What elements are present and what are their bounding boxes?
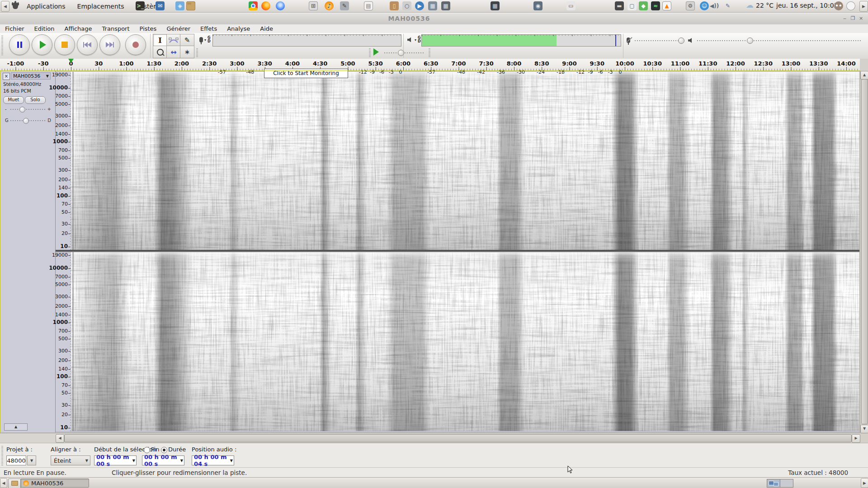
vertical-scrollbar[interactable]: ▲ ▼: [860, 70, 868, 433]
text-editor-icon[interactable]: ✎: [340, 1, 349, 10]
record-meter-icon-group[interactable]: ▾ GD: [199, 36, 211, 43]
track-control-panel[interactable]: × MAH00536▼ Stéréo,48000Hz 16 bits PCM M…: [0, 71, 56, 432]
playback-speed-slider[interactable]: [384, 52, 424, 53]
output-volume-slider[interactable]: [697, 40, 862, 41]
calculator-icon[interactable]: ▦: [441, 1, 450, 10]
file-manager-icon[interactable]: [186, 1, 195, 10]
input-volume-slider[interactable]: [635, 40, 684, 41]
snap-to-select[interactable]: Éteint▼: [51, 455, 90, 465]
tools-icon[interactable]: ⚙: [686, 1, 695, 10]
frequency-ruler-left-channel[interactable]: 1900010000700050003000200014001000700500…: [56, 72, 71, 250]
network-places-icon[interactable]: ◈: [175, 1, 184, 10]
selection-end-radio[interactable]: [144, 447, 150, 453]
solo-button[interactable]: Solo: [25, 96, 46, 104]
skip-to-start-button[interactable]: [77, 34, 98, 55]
playhead-triangle[interactable]: [68, 59, 74, 63]
draw-tool-button[interactable]: ✎: [180, 34, 194, 47]
scroll-down-button[interactable]: ▼: [860, 425, 868, 433]
panel-collapse-left-button[interactable]: ◀: [1, 1, 9, 12]
weather-cloud-icon[interactable]: ☁: [746, 0, 754, 9]
track-name-menu[interactable]: MAH00536▼: [11, 72, 51, 80]
stop-button[interactable]: [54, 34, 75, 55]
selection-tool-button[interactable]: I: [153, 34, 167, 47]
toggle-switch-icon[interactable]: ▢: [627, 1, 637, 10]
display-settings-icon[interactable]: ▭: [566, 1, 576, 10]
firefox-icon[interactable]: [261, 1, 270, 10]
photos-icon[interactable]: ◆: [639, 1, 648, 10]
email-icon[interactable]: ✉: [156, 1, 165, 10]
monitoring-message[interactable]: Click to Start Monitoring: [264, 69, 348, 78]
scroll-left-button[interactable]: ◀: [56, 434, 64, 443]
menu-transport[interactable]: Transport: [97, 25, 135, 32]
menu-pistes[interactable]: Pistes: [135, 25, 162, 32]
gimp-icon[interactable]: ••: [834, 1, 843, 10]
clipboard-icon[interactable]: ▯: [390, 1, 399, 10]
player-icon[interactable]: ▶: [415, 1, 424, 10]
accessibility-icon[interactable]: ☺: [700, 1, 709, 10]
pen-icon[interactable]: ✎: [723, 1, 732, 10]
libreoffice-icon[interactable]: ▤: [364, 1, 373, 10]
temperature-label[interactable]: 22 °C: [756, 2, 774, 9]
workspace-1-pager[interactable]: [767, 479, 780, 488]
menu-effets[interactable]: Effets: [195, 25, 222, 32]
menu-aide[interactable]: Aide: [255, 25, 278, 32]
videos-icon[interactable]: ▦: [428, 1, 437, 10]
window-titlebar[interactable]: MAH00536 ‒ ❐ ×: [0, 13, 868, 25]
recording-meter[interactable]: [212, 34, 401, 47]
project-rate-value[interactable]: 48000: [6, 455, 26, 465]
transport-grabber[interactable]: [1, 35, 3, 55]
menu-fichier[interactable]: Fichier: [0, 25, 29, 32]
scroll-up-button[interactable]: ▲: [860, 71, 868, 80]
playback-meter[interactable]: [421, 34, 621, 47]
menu-affichage[interactable]: Affichage: [59, 25, 97, 32]
taskbar-collapse-left-button[interactable]: ◀: [0, 478, 7, 488]
clock-label[interactable]: jeu. 16 sept., 10:03: [776, 2, 838, 9]
zoom-tool-button[interactable]: [153, 46, 167, 58]
spectrogram-left-channel[interactable]: [71, 72, 860, 250]
timeshift-tool-button[interactable]: ↔: [166, 46, 181, 58]
edit-toolbar-grabber[interactable]: [196, 48, 198, 57]
chromium-icon[interactable]: [276, 1, 285, 10]
volume-icon[interactable]: ◀)): [710, 1, 719, 10]
horizontal-scrollbar[interactable]: ◀ ▶: [0, 433, 860, 443]
input-volume-thumb[interactable]: [678, 38, 684, 44]
system-monitor-icon[interactable]: ≈: [651, 1, 660, 10]
gain-slider-thumb[interactable]: [19, 107, 25, 113]
envelope-tool-button[interactable]: [166, 34, 181, 47]
transcription-grabber[interactable]: [369, 48, 371, 57]
minimize-button[interactable]: ‒: [841, 14, 849, 23]
close-button[interactable]: ×: [857, 14, 865, 23]
taskbar-window-button[interactable]: MAH00536: [20, 479, 89, 488]
menu-edition[interactable]: Edition: [29, 25, 60, 32]
pan-slider[interactable]: G D: [5, 117, 51, 124]
google-earth-icon[interactable]: [293, 1, 302, 10]
spectrogram-right-channel[interactable]: [71, 252, 860, 431]
terminal-icon[interactable]: >_: [136, 1, 145, 10]
mute-button[interactable]: Muet: [3, 96, 24, 104]
skip-to-end-button[interactable]: [99, 34, 120, 55]
vertical-scroll-thumb[interactable]: [861, 79, 868, 424]
workspace-2-pager[interactable]: [780, 479, 793, 488]
track-collapse-button[interactable]: ▲: [4, 423, 28, 431]
gnome-foot-icon[interactable]: [13, 2, 18, 9]
playback-speed-thumb[interactable]: [398, 50, 404, 56]
panel-collapse-right-button[interactable]: ▶: [859, 1, 868, 12]
numeric-keypad-icon[interactable]: ▦: [491, 1, 500, 10]
selection-start-field[interactable]: 00 h 00 m 00 s▼: [94, 455, 137, 465]
film-slate-icon[interactable]: ▬: [615, 1, 624, 10]
record-button[interactable]: [125, 34, 146, 55]
film-projector-icon[interactable]: ◉: [533, 1, 542, 10]
pause-button[interactable]: [9, 34, 30, 55]
multi-tool-button[interactable]: ∗: [180, 46, 194, 58]
play-meter-icon-group[interactable]: ▾ GD: [407, 36, 421, 43]
search-icon[interactable]: ○: [402, 1, 411, 10]
panel-menu-applications[interactable]: Applications: [21, 3, 71, 10]
track-close-button[interactable]: ×: [3, 73, 10, 80]
sphere-icon[interactable]: [846, 1, 855, 10]
selection-end-field[interactable]: 00 h 00 m 00 s▼: [142, 455, 184, 465]
maximize-button[interactable]: ❐: [849, 14, 857, 23]
chrome-icon[interactable]: [249, 1, 258, 10]
scroll-right-button[interactable]: ▶: [852, 434, 860, 443]
panel-menu-emplacements[interactable]: Emplacements: [71, 3, 130, 10]
audacity-icon[interactable]: ♪: [325, 1, 334, 10]
